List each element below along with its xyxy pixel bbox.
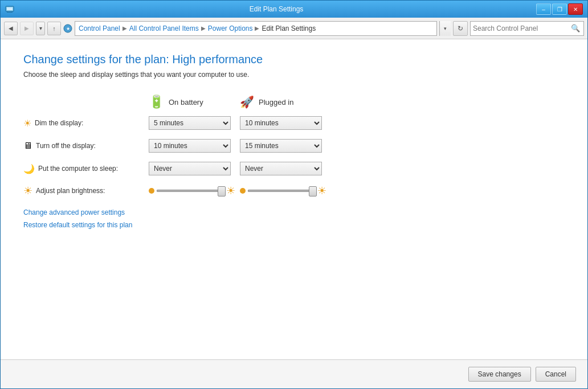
breadcrumb-power-options[interactable]: Power Options [208, 24, 253, 32]
brightness-plugged-control: ☀ [240, 185, 331, 197]
svg-text:★: ★ [66, 26, 70, 31]
bottom-bar: Save changes Cancel [1, 359, 587, 388]
turn-off-display-battery-select[interactable]: 10 minutes 1 minute 5 minutes 15 minutes… [149, 139, 231, 153]
up-button[interactable]: ↑ [47, 22, 61, 35]
restore-button[interactable]: ❐ [552, 3, 567, 15]
turn-off-display-row: 🖥 Turn off the display: 10 minutes 1 min… [23, 139, 565, 153]
window-icon-area [5, 5, 17, 14]
brightness-icon: ☀ [23, 185, 32, 197]
svg-rect-4 [7, 7, 13, 10]
col-plugged-header: 🚀 Plugged in [240, 95, 331, 109]
brightness-plugged-slider-track [248, 190, 315, 192]
dim-display-battery-select[interactable]: 5 minutes 1 minute 2 minutes 3 minutes 1… [149, 116, 231, 130]
brightness-plugged-slider-track-wrap [248, 185, 315, 196]
app-icon [5, 5, 14, 14]
plugged-icon: 🚀 [240, 95, 254, 109]
breadcrumb-control-panel[interactable]: Control Panel [79, 24, 120, 32]
breadcrumb-current: Edit Plan Settings [262, 24, 316, 32]
brightness-battery-slider-track [157, 190, 224, 192]
dim-display-icon: ☀ [23, 118, 31, 129]
address-bar: ◀ ▶ ▾ ↑ ★ Control Panel ▶ All Control Pa… [1, 18, 587, 39]
brightness-row: ☀ Adjust plan brightness: ☀ [23, 185, 565, 197]
col-plugged-label: Plugged in [259, 98, 293, 107]
restore-defaults-link[interactable]: Restore default settings for this plan [23, 221, 565, 229]
forward-button[interactable]: ▶ [20, 22, 34, 35]
brightness-plugged-sun-max: ☀ [317, 185, 326, 197]
svg-rect-2 [7, 12, 13, 13]
col-battery-label: On battery [169, 98, 203, 107]
sleep-icon: 🌙 [23, 163, 35, 174]
brightness-label: Adjust plan brightness: [36, 187, 105, 195]
page-subtitle: Choose the sleep and display settings th… [23, 71, 565, 79]
cancel-button[interactable]: Cancel [536, 367, 576, 382]
minimize-button[interactable]: – [536, 3, 551, 15]
breadcrumb: Control Panel ▶ All Control Panel Items … [75, 21, 437, 36]
dim-display-plugged-select[interactable]: 10 minutes 1 minute 5 minutes 15 minutes… [240, 116, 322, 130]
brightness-battery-sun-max: ☀ [226, 185, 235, 197]
window-title: Edit Plan Settings [17, 5, 536, 13]
turn-off-display-label: Turn off the display: [36, 142, 96, 150]
battery-icon: 🔋 [149, 95, 164, 109]
change-advanced-link[interactable]: Change advanced power settings [23, 208, 565, 216]
brightness-battery-slider-thumb[interactable] [218, 186, 226, 196]
back-button[interactable]: ◀ [4, 22, 18, 35]
column-headers: 🔋 On battery 🚀 Plugged in [149, 95, 565, 109]
turn-off-display-icon: 🖥 [23, 141, 32, 151]
refresh-button[interactable]: ↻ [453, 21, 468, 36]
search-input[interactable] [473, 24, 570, 32]
brightness-battery-control: ☀ [149, 185, 240, 197]
breadcrumb-dropdown-button[interactable]: ▾ [439, 21, 451, 36]
page-title: Change settings for the plan: High perfo… [23, 53, 565, 66]
sleep-battery-select[interactable]: Never 1 minute 5 minutes 10 minutes 15 m… [149, 162, 231, 175]
links-section: Change advanced power settings Restore d… [23, 208, 565, 229]
main-window: Edit Plan Settings – ❐ ✕ ◀ ▶ ▾ ↑ ★ Contr… [0, 0, 588, 389]
brightness-plugged-slider-thumb[interactable] [309, 186, 317, 196]
sleep-label: Put the computer to sleep: [38, 165, 118, 173]
dim-display-row: ☀ Dim the display: 5 minutes 1 minute 2 … [23, 116, 565, 130]
sleep-plugged-select[interactable]: Never 1 minute 5 minutes 10 minutes 15 m… [240, 162, 322, 175]
search-box: 🔍 [470, 21, 584, 36]
content-area: Change settings for the plan: High perfo… [1, 39, 587, 359]
brightness-plugged-dot [240, 188, 246, 194]
history-dropdown-button[interactable]: ▾ [36, 22, 45, 35]
brightness-battery-slider-track-wrap [157, 185, 224, 196]
save-changes-button[interactable]: Save changes [468, 367, 531, 382]
brightness-battery-dot [149, 188, 154, 194]
dim-display-label: Dim the display: [35, 119, 83, 127]
close-button[interactable]: ✕ [568, 3, 583, 15]
sleep-row: 🌙 Put the computer to sleep: Never 1 min… [23, 162, 565, 175]
search-icon[interactable]: 🔍 [570, 23, 581, 34]
turn-off-display-plugged-select[interactable]: 15 minutes 1 minute 5 minutes 10 minutes… [240, 139, 322, 153]
location-icon: ★ [63, 24, 72, 33]
breadcrumb-all-items[interactable]: All Control Panel Items [129, 24, 199, 32]
main-content: Change settings for the plan: High perfo… [1, 39, 587, 388]
col-battery-header: 🔋 On battery [149, 95, 240, 109]
window-controls: – ❐ ✕ [536, 3, 583, 15]
title-bar: Edit Plan Settings – ❐ ✕ [1, 1, 587, 18]
